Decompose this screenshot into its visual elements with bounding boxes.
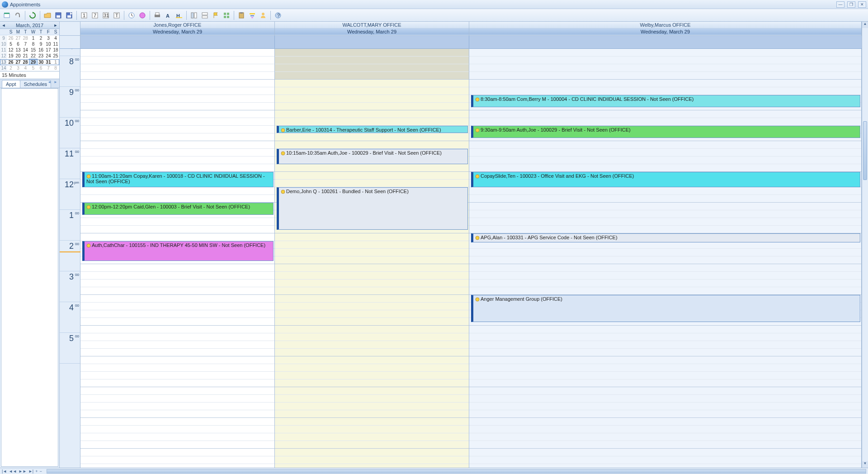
calendar-day[interactable]: 21 [22, 53, 29, 59]
calendar-day[interactable]: 5 [7, 41, 14, 47]
hscroll-thumb[interactable] [47, 469, 866, 473]
calendar-day[interactable]: 22 [29, 53, 37, 59]
grid-button[interactable] [222, 10, 231, 20]
appointment[interactable]: 8:30am-8:50am Com,Berry M - 100004 - CD … [471, 95, 860, 107]
appointment[interactable]: Demo,John Q - 100261 - Bundled - Not See… [277, 187, 468, 230]
clock-button[interactable] [127, 10, 137, 20]
next-month-button[interactable]: ► [53, 23, 58, 28]
provider-header[interactable]: Welby,Marcus OFFICEWednesday, March 29 [469, 22, 862, 35]
calendar-day[interactable]: 2 [37, 35, 45, 42]
calendar-day[interactable]: 26 [7, 59, 14, 65]
calendar-day[interactable]: 1 [52, 59, 59, 65]
provider-header[interactable]: WALCOTT,MARY OFFICEWednesday, March 29 [275, 22, 469, 35]
last-record-button[interactable]: ►| [28, 469, 33, 474]
appointment[interactable]: 10:15am-10:35am Auth,Joe - 100029 - Brie… [277, 149, 468, 164]
provider-header[interactable]: Jones,Roger OFFICEWednesday, March 29 [80, 22, 275, 35]
attach-button[interactable] [13, 10, 23, 20]
calendar-day[interactable]: 31 [45, 59, 52, 65]
clipboard-button[interactable] [236, 10, 246, 20]
print-button[interactable] [152, 10, 162, 20]
calendar-day[interactable]: 11 [52, 41, 59, 47]
calendar-day[interactable]: 3 [45, 35, 52, 42]
calendar-day[interactable]: 9 [37, 41, 45, 47]
calendar-day[interactable]: 2 [7, 65, 14, 71]
calendar-day[interactable]: 5 [29, 65, 37, 71]
calendar-day[interactable]: 8 [52, 65, 59, 71]
calendar-day[interactable]: 7 [22, 41, 29, 47]
calendar-day[interactable]: 16 [37, 47, 45, 53]
lab-button[interactable] [137, 10, 147, 20]
provider-column[interactable]: Barber,Erie - 100314 - Therapeutic Staff… [275, 49, 469, 468]
allday-row[interactable] [60, 36, 868, 49]
tab-appt[interactable]: Appt [2, 80, 20, 88]
new-appt-button[interactable] [2, 10, 12, 20]
appointment[interactable]: 9:30am-9:50am Auth,Joe - 100029 - Brief … [471, 126, 860, 138]
calendar-day[interactable]: 28 [22, 59, 29, 65]
allday-cell[interactable] [80, 36, 275, 48]
calendar-day[interactable]: 4 [52, 35, 59, 42]
appointment[interactable]: Barber,Erie - 100314 - Therapeutic Staff… [277, 126, 468, 133]
tab-prev-button[interactable]: ◄ [47, 80, 51, 84]
add-button[interactable]: + [35, 469, 38, 474]
first-record-button[interactable]: |◄ [2, 469, 7, 474]
allday-cell[interactable] [275, 36, 469, 48]
day-view-button[interactable]: 1 [79, 10, 89, 20]
calendar-day[interactable]: 3 [14, 65, 22, 71]
calendar-day[interactable]: 12 [7, 47, 14, 53]
interval-label[interactable]: 15 Minutes [0, 71, 59, 79]
calendar-day[interactable]: 6 [14, 41, 22, 47]
appointment[interactable]: 11:00am-11:20am Copay,Karen - 100018 - C… [82, 172, 274, 187]
appointment[interactable]: APG,Alan - 100331 - APG Service Code - N… [471, 233, 860, 242]
calendar-day[interactable]: 1 [29, 35, 37, 42]
calendar-day[interactable]: 29 [29, 59, 37, 65]
calendar-day[interactable]: 23 [37, 53, 45, 59]
calendar-day[interactable]: 28 [22, 35, 29, 42]
user-button[interactable] [258, 10, 268, 20]
scroll-up-button[interactable]: ▲ [862, 22, 868, 28]
calendar-day[interactable]: 8 [29, 41, 37, 47]
scroll-thumb[interactable] [863, 121, 867, 180]
toggle-1-button[interactable] [189, 10, 199, 20]
calendar-day[interactable]: 30 [37, 59, 45, 65]
provider-column[interactable]: 11:00am-11:20am Copay,Karen - 100018 - C… [80, 49, 275, 468]
text-view-button[interactable]: T [112, 10, 122, 20]
font-button[interactable]: A [163, 10, 173, 20]
calendar-day[interactable]: 20 [14, 53, 22, 59]
calendar-day[interactable]: 26 [7, 35, 14, 42]
prev-month-button[interactable]: ◄ [1, 23, 6, 28]
prev-record-button[interactable]: ◄◄ [9, 469, 17, 474]
appointment[interactable]: 12:00pm-12:20pm Caid,Glen - 100003 - Bri… [82, 203, 274, 215]
calendar-day[interactable]: 14 [22, 47, 29, 53]
month-view-button[interactable]: 31 [101, 10, 111, 20]
tab-next-button[interactable]: ► [54, 80, 57, 84]
appointment[interactable]: CopaySlide,Ten - 100023 - Office Visit a… [471, 172, 860, 187]
calendar-day[interactable]: 7 [45, 65, 52, 71]
save-button[interactable] [53, 10, 63, 20]
minimize-button[interactable]: — [836, 1, 844, 8]
calendar-day[interactable]: 10 [45, 41, 52, 47]
appointment[interactable]: Anger Management Group (OFFICE) [471, 295, 860, 322]
next-record-button[interactable]: ►► [19, 469, 27, 474]
highlight-button[interactable]: H [174, 10, 184, 20]
toggle-2-button[interactable] [200, 10, 210, 20]
save-as-button[interactable]: ▸ [64, 10, 74, 20]
filter-button[interactable] [247, 10, 257, 20]
calendar-day[interactable]: 24 [45, 53, 52, 59]
calendar-day[interactable]: 13 [14, 47, 22, 53]
calendar-day[interactable]: 19 [7, 53, 14, 59]
calendar-day[interactable]: 4 [22, 65, 29, 71]
calendar-day[interactable]: 17 [45, 47, 52, 53]
calendar-day[interactable]: 6 [37, 65, 45, 71]
refresh-button[interactable] [28, 10, 38, 20]
mini-calendar[interactable]: SMTWTFS926272812341056789101111121314151… [0, 29, 59, 71]
appointment[interactable]: Auth,CathChar - 100155 - IND THERAPY 45-… [82, 241, 274, 261]
allday-cell[interactable] [469, 36, 862, 48]
calendar-day[interactable]: 15 [29, 47, 37, 53]
open-folder-button[interactable] [42, 10, 52, 20]
calendar-day[interactable]: 27 [14, 35, 22, 42]
maximize-button[interactable]: ❐ [847, 1, 855, 8]
close-button[interactable]: ✕ [858, 1, 866, 8]
tab-schedules[interactable]: Schedules [20, 80, 51, 88]
remove-button[interactable]: − [39, 469, 42, 474]
horizontal-scrollbar[interactable] [47, 469, 866, 474]
